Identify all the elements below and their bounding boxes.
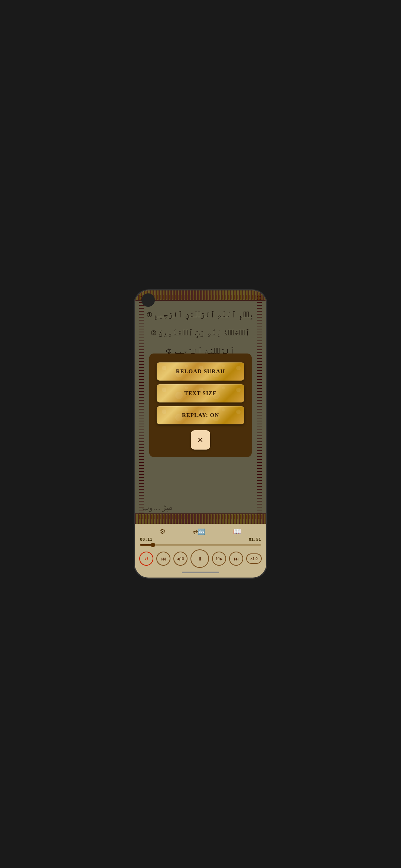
modal-dialog: RELOAD SURAH TEXT SIZE REPLAY: ON ✕ (149, 353, 252, 457)
phone-screen: بِسۡمِ ٱللَّهِ ٱلرَّحۡمَٰنِ ٱلرَّحِيمِ ①… (135, 290, 266, 578)
text-size-button[interactable]: TEXT SIZE (157, 384, 244, 402)
settings-button[interactable]: ⚙ (160, 527, 166, 536)
replay-toggle-button[interactable]: REPLAY: ON (157, 406, 244, 424)
time-row: 00:11 01:51 (138, 537, 263, 542)
progress-fill (140, 544, 152, 546)
pause-icon: ⏸ (198, 556, 202, 562)
progress-thumb[interactable] (151, 543, 155, 547)
translation-icon: ⇄🔤 (193, 528, 205, 535)
settings-icon: ⚙ (160, 527, 166, 536)
top-controls-row: ⚙ ⇄🔤 📖 (138, 526, 263, 536)
playback-controls: ↺ ⏮ ◀10 ⏸ 10▶ ⏭ ×1.0 (138, 548, 263, 569)
total-time: 01:51 (249, 537, 261, 542)
play-pause-button[interactable]: ⏸ (190, 549, 209, 568)
reload-surah-button[interactable]: RELOAD SURAH (157, 362, 244, 380)
rewind-icon: ◀10 (177, 557, 184, 561)
repeat-icon: ↺ (144, 556, 149, 562)
rewind-button[interactable]: ◀10 (173, 552, 188, 566)
speed-button[interactable]: ×1.0 (246, 553, 262, 564)
player-bar: ⚙ ⇄🔤 📖 00:11 01:51 (135, 524, 266, 578)
prev-button[interactable]: ⏮ (156, 552, 170, 566)
prev-icon: ⏮ (161, 556, 166, 562)
phone-frame: بِسۡمِ ٱللَّهِ ٱلرَّحۡمَٰنِ ٱلرَّحِيمِ ①… (134, 289, 267, 579)
current-time: 00:11 (140, 537, 152, 542)
home-indicator (182, 572, 219, 573)
book-icon: 📖 (233, 527, 241, 536)
progress-bar[interactable] (140, 544, 261, 546)
forward-button[interactable]: 10▶ (212, 552, 226, 566)
repeat-button[interactable]: ↺ (139, 552, 153, 566)
close-modal-button[interactable]: ✕ (191, 430, 210, 449)
index-button[interactable]: 📖 (233, 527, 241, 536)
speed-label: ×1.0 (250, 557, 258, 561)
next-button[interactable]: ⏭ (229, 552, 243, 566)
quran-page: بِسۡمِ ٱللَّهِ ٱلرَّحۡمَٰنِ ٱلرَّحِيمِ ①… (135, 290, 266, 524)
phone-notch (141, 293, 155, 307)
forward-icon: 10▶ (215, 557, 222, 561)
translation-button[interactable]: ⇄🔤 (193, 528, 205, 535)
next-icon: ⏭ (234, 556, 239, 562)
